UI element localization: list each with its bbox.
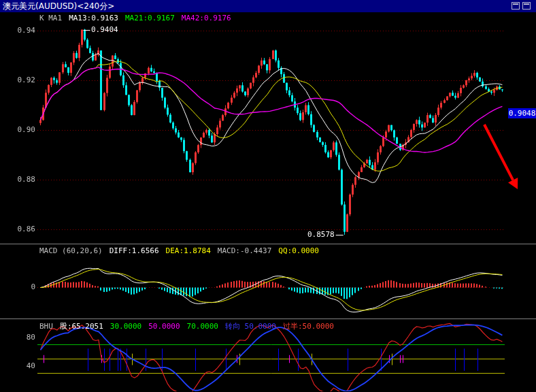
- price-axis-label: 0.90: [11, 125, 35, 134]
- title-bar[interactable]: 澳元美元(AUDUSD)<240分>: [0, 0, 536, 12]
- last-price-tag: 0.9048: [508, 108, 536, 118]
- price-axis-label: 0.88: [11, 175, 35, 184]
- dea-readout: DEA:1.8784: [166, 246, 211, 255]
- bhu-param-50: 50.0000: [148, 322, 180, 331]
- qq-readout: QQ:0.0000: [278, 246, 319, 255]
- macd-readout: MACD:-0.4437: [218, 246, 271, 255]
- bhu-half-readout: 过半:50.0000: [283, 322, 334, 331]
- diff-readout: DIFF:1.6566: [110, 246, 159, 255]
- ma21-readout: MA21:0.9167: [125, 14, 175, 22]
- price-panel-header: K MA1MA13:0.9163MA21:0.9167MA42:0.9176: [39, 14, 238, 22]
- price-axis-label: 0.92: [11, 76, 35, 84]
- high-price-annotation: 0.9404: [91, 25, 118, 34]
- window-icon-bar: [524, 3, 529, 5]
- bhu-main-readout: 股:65.2051: [60, 322, 103, 331]
- chart-canvas[interactable]: [0, 0, 536, 392]
- bhu-axis-label: 40: [11, 361, 35, 370]
- bhu-param-70: 70.0000: [187, 322, 218, 331]
- bhu-indicator-label: BHU: [39, 322, 53, 331]
- low-price-annotation: 0.8578: [307, 230, 335, 239]
- macd-indicator-label: MACD (60,20,6): [39, 246, 103, 255]
- window-buttons: [512, 2, 531, 10]
- macd-panel-header: MACD (60,20,6)DIFF:1.6566DEA:1.8784MACD:…: [39, 246, 326, 255]
- ma42-readout: MA42:0.9176: [182, 14, 231, 22]
- app-window: 澳元美元(AUDUSD)<240分> K MA1MA13:0.9163MA21:…: [0, 0, 536, 392]
- macd-zero-label: 0: [11, 282, 35, 291]
- bhu-panel-header: BHU股:65.205130.000050.000070.0000转向 50.0…: [39, 321, 341, 331]
- window-title: 澳元美元(AUDUSD)<240分>: [3, 0, 114, 12]
- chart-type-label: K MA1: [39, 14, 62, 22]
- price-axis-label: 0.86: [11, 225, 35, 233]
- bhu-param-30: 30.0000: [110, 322, 141, 331]
- window-icon-bar: [513, 3, 518, 5]
- ma13-readout: MA13:0.9163: [69, 14, 118, 22]
- window-close-icon[interactable]: [522, 2, 531, 10]
- bhu-turn-readout: 转向 50.0000: [225, 322, 276, 331]
- bhu-axis-label: 80: [11, 333, 35, 342]
- window-restore-icon[interactable]: [512, 2, 520, 10]
- price-axis-label: 0.94: [11, 26, 35, 35]
